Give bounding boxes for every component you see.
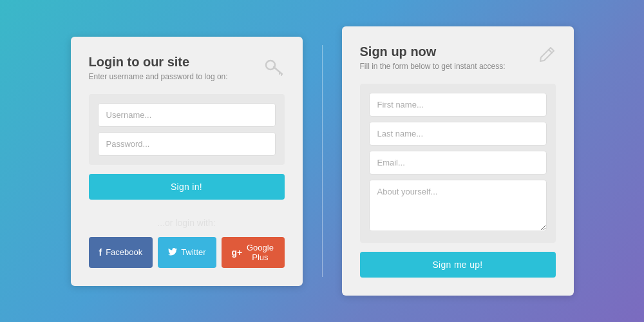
login-title: Login to our site [89, 55, 228, 70]
signup-card-header: Sign up now Fill in the form below to ge… [360, 44, 556, 71]
username-input[interactable] [98, 103, 276, 127]
password-input[interactable] [98, 132, 276, 156]
firstname-input[interactable] [369, 93, 547, 117]
login-card: Login to our site Enter username and pas… [71, 37, 303, 286]
signup-title: Sign up now [360, 44, 506, 59]
key-icon [264, 56, 285, 80]
signup-card-heading: Sign up now Fill in the form below to ge… [360, 44, 506, 71]
vertical-divider [322, 45, 323, 277]
svg-line-4 [549, 50, 552, 53]
social-buttons: f Facebook Twitter g+ Google Plus [89, 237, 285, 268]
lastname-input[interactable] [369, 122, 547, 146]
signup-card: Sign up now Fill in the form below to ge… [342, 26, 574, 296]
twitter-button[interactable]: Twitter [158, 237, 216, 268]
facebook-icon: f [99, 247, 102, 258]
email-input[interactable] [369, 151, 547, 175]
svg-point-0 [266, 61, 275, 70]
login-extras: ...or login with: f Facebook Twitter g+ [89, 218, 285, 268]
signup-button[interactable]: Sign me up! [360, 252, 556, 278]
google-icon: g+ [232, 247, 243, 258]
signup-subtitle: Fill in the form below to get instant ac… [360, 62, 506, 71]
facebook-label: Facebook [106, 247, 142, 257]
main-container: Login to our site Enter username and pas… [32, 26, 612, 296]
login-card-header: Login to our site Enter username and pas… [89, 55, 285, 81]
login-subtitle: Enter username and password to log on: [89, 72, 228, 81]
facebook-button[interactable]: f Facebook [89, 237, 153, 268]
or-login-text: ...or login with: [89, 218, 285, 228]
about-textarea[interactable] [369, 180, 547, 231]
twitter-label: Twitter [181, 247, 205, 257]
google-button[interactable]: g+ Google Plus [222, 237, 285, 268]
svg-line-1 [274, 67, 282, 74]
login-card-heading: Login to our site Enter username and pas… [89, 55, 228, 81]
login-form-area [89, 94, 285, 165]
signin-button[interactable]: Sign in! [89, 174, 285, 200]
twitter-icon [168, 247, 177, 258]
signup-form-area [360, 84, 556, 243]
pencil-icon [539, 46, 556, 66]
google-label: Google Plus [246, 243, 274, 262]
